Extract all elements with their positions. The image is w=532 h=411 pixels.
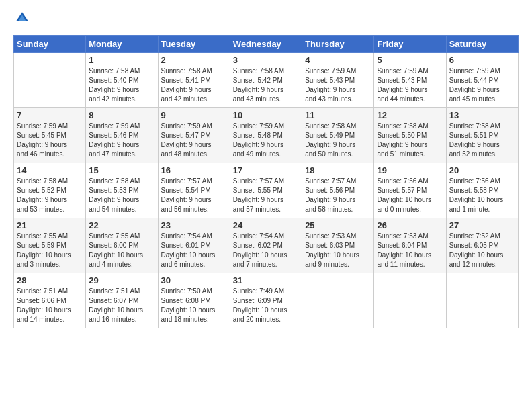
day-number: 24	[233, 220, 299, 230]
day-number: 19	[377, 165, 443, 175]
cell-info: Sunrise: 7:55 AMSunset: 6:00 PMDaylight:…	[89, 232, 154, 269]
col-header-wednesday: Wednesday	[230, 36, 302, 53]
calendar-cell: 23Sunrise: 7:54 AMSunset: 6:01 PMDayligh…	[158, 218, 230, 273]
day-number: 17	[233, 165, 299, 175]
calendar-cell: 2Sunrise: 7:58 AMSunset: 5:41 PMDaylight…	[158, 53, 230, 108]
cell-info: Sunrise: 7:49 AMSunset: 6:09 PMDaylight:…	[233, 287, 299, 324]
cell-info: Sunrise: 7:58 AMSunset: 5:50 PMDaylight:…	[377, 122, 443, 159]
cell-info: Sunrise: 7:59 AMSunset: 5:43 PMDaylight:…	[305, 66, 371, 104]
calendar-cell: 4Sunrise: 7:59 AMSunset: 5:43 PMDaylight…	[302, 53, 374, 108]
calendar-cell: 20Sunrise: 7:56 AMSunset: 5:58 PMDayligh…	[446, 163, 518, 218]
day-number: 6	[449, 55, 515, 65]
cell-info: Sunrise: 7:53 AMSunset: 6:03 PMDaylight:…	[305, 232, 371, 269]
day-number: 2	[161, 55, 227, 65]
cell-info: Sunrise: 7:57 AMSunset: 5:54 PMDaylight:…	[161, 177, 227, 214]
day-number: 25	[305, 220, 371, 230]
calendar-cell: 30Sunrise: 7:50 AMSunset: 6:08 PMDayligh…	[158, 273, 230, 328]
cell-info: Sunrise: 7:54 AMSunset: 6:02 PMDaylight:…	[233, 232, 299, 269]
calendar-cell: 26Sunrise: 7:53 AMSunset: 6:04 PMDayligh…	[374, 218, 446, 273]
calendar-cell: 3Sunrise: 7:58 AMSunset: 5:42 PMDaylight…	[230, 53, 302, 108]
cell-info: Sunrise: 7:51 AMSunset: 6:06 PMDaylight:…	[17, 287, 83, 324]
cell-info: Sunrise: 7:53 AMSunset: 6:04 PMDaylight:…	[377, 232, 443, 269]
header	[13, 11, 519, 28]
cell-info: Sunrise: 7:50 AMSunset: 6:08 PMDaylight:…	[161, 287, 227, 324]
day-number: 29	[89, 275, 154, 285]
day-number: 3	[233, 55, 299, 65]
week-row-1: 1Sunrise: 7:58 AMSunset: 5:40 PMDaylight…	[14, 53, 519, 108]
calendar-cell: 28Sunrise: 7:51 AMSunset: 6:06 PMDayligh…	[14, 273, 86, 328]
day-number: 31	[233, 275, 299, 285]
calendar-cell: 6Sunrise: 7:59 AMSunset: 5:44 PMDaylight…	[446, 53, 518, 108]
day-number: 27	[449, 220, 515, 230]
cell-info: Sunrise: 7:58 AMSunset: 5:51 PMDaylight:…	[449, 122, 515, 159]
day-number: 11	[305, 110, 371, 120]
week-row-5: 28Sunrise: 7:51 AMSunset: 6:06 PMDayligh…	[14, 273, 519, 328]
logo-icon	[15, 11, 30, 26]
cell-info: Sunrise: 7:59 AMSunset: 5:47 PMDaylight:…	[161, 122, 227, 159]
calendar-cell: 7Sunrise: 7:59 AMSunset: 5:45 PMDaylight…	[14, 108, 86, 163]
page: SundayMondayTuesdayWednesdayThursdayFrid…	[0, 0, 532, 411]
cell-info: Sunrise: 7:59 AMSunset: 5:46 PMDaylight:…	[89, 122, 154, 159]
day-number: 30	[161, 275, 227, 285]
day-number: 9	[161, 110, 227, 120]
calendar-cell: 5Sunrise: 7:59 AMSunset: 5:43 PMDaylight…	[374, 53, 446, 108]
calendar-cell	[374, 273, 446, 328]
calendar-cell: 22Sunrise: 7:55 AMSunset: 6:00 PMDayligh…	[86, 218, 158, 273]
day-number: 15	[89, 165, 154, 175]
calendar-cell: 1Sunrise: 7:58 AMSunset: 5:40 PMDaylight…	[86, 53, 158, 108]
day-number: 28	[17, 275, 83, 285]
day-number: 1	[89, 55, 154, 65]
calendar-cell: 21Sunrise: 7:55 AMSunset: 5:59 PMDayligh…	[14, 218, 86, 273]
week-row-3: 14Sunrise: 7:58 AMSunset: 5:52 PMDayligh…	[14, 163, 519, 218]
calendar-cell: 19Sunrise: 7:56 AMSunset: 5:57 PMDayligh…	[374, 163, 446, 218]
header-row: SundayMondayTuesdayWednesdayThursdayFrid…	[14, 36, 519, 53]
col-header-thursday: Thursday	[302, 36, 374, 53]
day-number: 23	[161, 220, 227, 230]
col-header-monday: Monday	[86, 36, 158, 53]
cell-info: Sunrise: 7:54 AMSunset: 6:01 PMDaylight:…	[161, 232, 227, 269]
cell-info: Sunrise: 7:56 AMSunset: 5:57 PMDaylight:…	[377, 177, 443, 214]
day-number: 22	[89, 220, 154, 230]
day-number: 8	[89, 110, 154, 120]
calendar-cell: 10Sunrise: 7:59 AMSunset: 5:48 PMDayligh…	[230, 108, 302, 163]
day-number: 26	[377, 220, 443, 230]
calendar-cell: 9Sunrise: 7:59 AMSunset: 5:47 PMDaylight…	[158, 108, 230, 163]
calendar-cell: 8Sunrise: 7:59 AMSunset: 5:46 PMDaylight…	[86, 108, 158, 163]
cell-info: Sunrise: 7:58 AMSunset: 5:42 PMDaylight:…	[233, 66, 299, 104]
col-header-sunday: Sunday	[14, 36, 86, 53]
calendar-cell: 31Sunrise: 7:49 AMSunset: 6:09 PMDayligh…	[230, 273, 302, 328]
calendar-cell: 24Sunrise: 7:54 AMSunset: 6:02 PMDayligh…	[230, 218, 302, 273]
calendar-cell: 29Sunrise: 7:51 AMSunset: 6:07 PMDayligh…	[86, 273, 158, 328]
cell-info: Sunrise: 7:59 AMSunset: 5:45 PMDaylight:…	[17, 122, 83, 159]
day-number: 4	[305, 55, 371, 65]
col-header-tuesday: Tuesday	[158, 36, 230, 53]
calendar-cell: 17Sunrise: 7:57 AMSunset: 5:55 PMDayligh…	[230, 163, 302, 218]
day-number: 18	[305, 165, 371, 175]
week-row-4: 21Sunrise: 7:55 AMSunset: 5:59 PMDayligh…	[14, 218, 519, 273]
cell-info: Sunrise: 7:59 AMSunset: 5:44 PMDaylight:…	[449, 66, 515, 104]
calendar-cell	[302, 273, 374, 328]
day-number: 13	[449, 110, 515, 120]
cell-info: Sunrise: 7:51 AMSunset: 6:07 PMDaylight:…	[89, 287, 154, 324]
day-number: 12	[377, 110, 443, 120]
day-number: 14	[17, 165, 83, 175]
logo	[13, 11, 32, 28]
day-number: 5	[377, 55, 443, 65]
calendar-cell: 11Sunrise: 7:58 AMSunset: 5:49 PMDayligh…	[302, 108, 374, 163]
day-number: 7	[17, 110, 83, 120]
calendar-cell: 25Sunrise: 7:53 AMSunset: 6:03 PMDayligh…	[302, 218, 374, 273]
cell-info: Sunrise: 7:57 AMSunset: 5:55 PMDaylight:…	[233, 177, 299, 214]
calendar-cell: 14Sunrise: 7:58 AMSunset: 5:52 PMDayligh…	[14, 163, 86, 218]
calendar-cell: 15Sunrise: 7:58 AMSunset: 5:53 PMDayligh…	[86, 163, 158, 218]
cell-info: Sunrise: 7:58 AMSunset: 5:53 PMDaylight:…	[89, 177, 154, 214]
cell-info: Sunrise: 7:58 AMSunset: 5:52 PMDaylight:…	[17, 177, 83, 214]
calendar-cell: 27Sunrise: 7:52 AMSunset: 6:05 PMDayligh…	[446, 218, 518, 273]
calendar-cell: 12Sunrise: 7:58 AMSunset: 5:50 PMDayligh…	[374, 108, 446, 163]
calendar-cell	[14, 53, 86, 108]
cell-info: Sunrise: 7:52 AMSunset: 6:05 PMDaylight:…	[449, 232, 515, 269]
calendar-cell: 13Sunrise: 7:58 AMSunset: 5:51 PMDayligh…	[446, 108, 518, 163]
day-number: 20	[449, 165, 515, 175]
cell-info: Sunrise: 7:56 AMSunset: 5:58 PMDaylight:…	[449, 177, 515, 214]
calendar-cell: 16Sunrise: 7:57 AMSunset: 5:54 PMDayligh…	[158, 163, 230, 218]
day-number: 16	[161, 165, 227, 175]
